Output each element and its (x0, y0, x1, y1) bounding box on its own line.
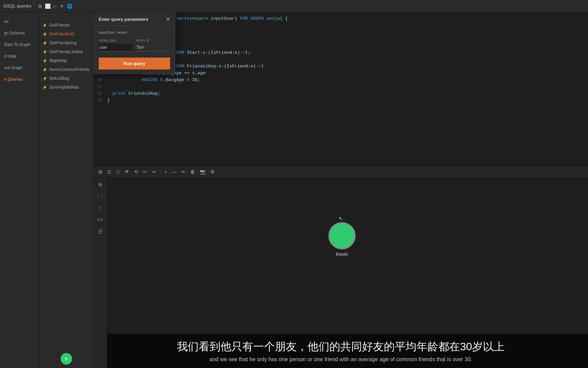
graph-filter-icon[interactable]: ⋮⋯ (95, 193, 106, 200)
dialog-body: inputUser: vertex Vertex type user Verte… (94, 26, 175, 74)
nav-item-ne[interactable]: ne (0, 16, 39, 27)
graph-canvas-container: ⊕ ⋮⋯ ↕ <> ☰ Kevin ↖ (94, 178, 588, 368)
upper-half: Enter query parameters ✕ inputUser: vert… (94, 12, 588, 166)
redo-icon[interactable]: ↪ (150, 168, 157, 176)
main-layout: ne gn Schema Data To Graph d Data ore Gr… (0, 12, 588, 368)
query-item-label: MapHeap (49, 58, 67, 63)
content-area: Enter query parameters ✕ inputUser: vert… (94, 12, 588, 368)
node-circle-kevin (328, 222, 356, 249)
expand-icon[interactable]: ⊞ (38, 3, 42, 9)
query-item-label: GetFriends30 (49, 32, 74, 36)
query-params-dialog: Enter query parameters ✕ inputUser: vert… (94, 12, 175, 74)
fullscreen-icon[interactable]: ⊞ (97, 168, 104, 176)
query-icon: ⚡ (43, 59, 47, 63)
edit-icon[interactable]: ✏ (180, 168, 187, 176)
dialog-header: Enter query parameters ✕ (94, 13, 175, 26)
vertex-type-select[interactable]: user (99, 44, 133, 51)
graph-expand-icon[interactable]: ↕ (99, 205, 102, 211)
top-bar: GSQL queries ⊞ ⬜ ▷ ✕ 🌐 (0, 0, 588, 12)
graph-left-sidebar: ⊕ ⋮⋯ ↕ <> ☰ (94, 178, 107, 368)
add-query-button[interactable]: + (61, 353, 72, 365)
query-item-label: SetListBag (49, 76, 69, 81)
query-item-setlistbag[interactable]: ⚡ SetListBag (39, 74, 93, 83)
query-list-header (39, 12, 93, 19)
query-item-getfriendslimited[interactable]: ⚡ GetFriendsLimited (39, 47, 93, 56)
vertex-id-input[interactable] (136, 44, 170, 51)
graph-node-kevin[interactable]: Kevin (328, 222, 356, 257)
dialog-title: Enter query parameters (99, 17, 148, 22)
nav-item-explore-graph[interactable]: ore Graph (0, 62, 39, 74)
dialog-form-row: Vertex type user Vertex id (99, 39, 170, 51)
query-icon: ⚡ (43, 76, 47, 81)
save-icon[interactable]: ⬜ (45, 3, 51, 9)
query-item-getfriendsavg[interactable]: ⚡ GetFriendsAvg (39, 39, 93, 47)
query-item-sumavgminmax[interactable]: ⚡ SumAvgMinMax (39, 83, 93, 92)
add-node-icon[interactable]: + (163, 168, 168, 176)
code-line-10: 10 HAVING t.@avgAge > 30; (95, 77, 588, 84)
left-navigation: ne gn Schema Data To Graph d Data ore Gr… (0, 12, 39, 368)
query-list-panel: ⚡ GetFriends ⚡ GetFriends30 ⚡ GetFriends… (39, 12, 94, 368)
vertex-id-label: Vertex id (136, 39, 170, 42)
grid-icon[interactable]: ⊡ (106, 168, 113, 176)
vertex-id-field: Vertex id (136, 39, 170, 51)
settings-icon[interactable]: ⚙ (209, 168, 216, 176)
graph-toolbar: ⊞ ⊡ ◇ 👁 ⟲ ↩ ↪ + — ✏ 🗑 📷 ⚙ (94, 166, 588, 178)
nav-item-data-to-graph[interactable]: Data To Graph (0, 39, 39, 50)
dialog-subtitle: inputUser: vertex (99, 30, 170, 34)
nav-item-schema[interactable]: gn Schema (0, 27, 39, 39)
run-icon[interactable]: ▷ (53, 3, 57, 9)
code-line-12: 12 print Friends2Hop; (95, 91, 588, 97)
node-label-kevin: Kevin (336, 251, 348, 257)
query-item-normcommonfriends[interactable]: ⚡ NormCommonFriends (39, 65, 93, 74)
top-bar-title: GSQL queries (3, 3, 31, 9)
query-icon: ⚡ (43, 50, 47, 54)
subtitle-chinese: 我们看到他只有一个朋友，他们的共同好友的平均年龄都在30岁以上 (100, 339, 581, 354)
undo-icon[interactable]: ↩ (142, 168, 148, 176)
refresh-icon[interactable]: ⟲ (133, 168, 140, 176)
run-query-button[interactable]: Run query (99, 58, 170, 70)
query-icon: ⚡ (43, 23, 47, 28)
code-line-11: 11 (95, 84, 588, 91)
query-icon: ⚡ (43, 67, 47, 72)
toolbar-divider-1 (160, 169, 160, 174)
subtitle-area: 我们看到他只有一个朋友，他们的共同好友的平均年龄都在30岁以上 and we s… (94, 334, 588, 368)
dialog-close-button[interactable]: ✕ (166, 16, 170, 22)
eye-icon[interactable]: 👁 (123, 168, 131, 176)
nav-item-data[interactable]: d Data (0, 50, 39, 62)
nav-item-queries[interactable]: e Queries (0, 74, 39, 85)
cursor-indicator: ↖ (339, 215, 343, 222)
query-icon: ⚡ (43, 32, 47, 36)
query-item-label: GetFriends (49, 23, 69, 28)
query-icon: ⚡ (43, 85, 47, 90)
query-item-label: NormCommonFriends (49, 67, 89, 72)
query-item-mapheap[interactable]: ⚡ MapHeap (39, 56, 93, 65)
subtitle-english: and we see that he only has one person o… (100, 356, 581, 363)
query-item-getfriends[interactable]: ⚡ GetFriends (39, 21, 93, 30)
graph-area: Kevin ↖ (107, 178, 588, 334)
select-icon[interactable]: ◇ (115, 168, 121, 176)
vertex-type-label: Vertex type (99, 39, 133, 42)
delete-icon[interactable]: ✕ (60, 3, 64, 9)
remove-icon[interactable]: — (170, 168, 178, 176)
query-list-items: ⚡ GetFriends ⚡ GetFriends30 ⚡ GetFriends… (39, 19, 93, 368)
graph-list-icon[interactable]: ☰ (98, 228, 103, 235)
vertex-type-field: Vertex type user (99, 39, 133, 51)
query-icon: ⚡ (43, 41, 47, 45)
graph-layout-icon[interactable]: ⊕ (98, 181, 102, 188)
lower-half: ⊞ ⊡ ◇ 👁 ⟲ ↩ ↪ + — ✏ 🗑 📷 ⚙ ⊕ ⋮⋯ (94, 166, 588, 368)
code-line-13: 13 } (95, 97, 588, 104)
query-item-label: GetFriendsAvg (49, 41, 77, 45)
top-bar-icons: ⊞ ⬜ ▷ ✕ 🌐 (38, 3, 72, 9)
delete-node-icon[interactable]: 🗑 (189, 168, 196, 176)
screenshot-icon[interactable]: 📷 (198, 168, 207, 176)
query-item-label: SumAvgMinMax (49, 85, 79, 90)
graph-code-icon[interactable]: <> (97, 217, 103, 223)
query-item-getfriends30[interactable]: ⚡ GetFriends30 (39, 30, 93, 39)
query-item-label: GetFriendsLimited (49, 49, 83, 54)
globe-icon[interactable]: 🌐 (67, 3, 72, 9)
